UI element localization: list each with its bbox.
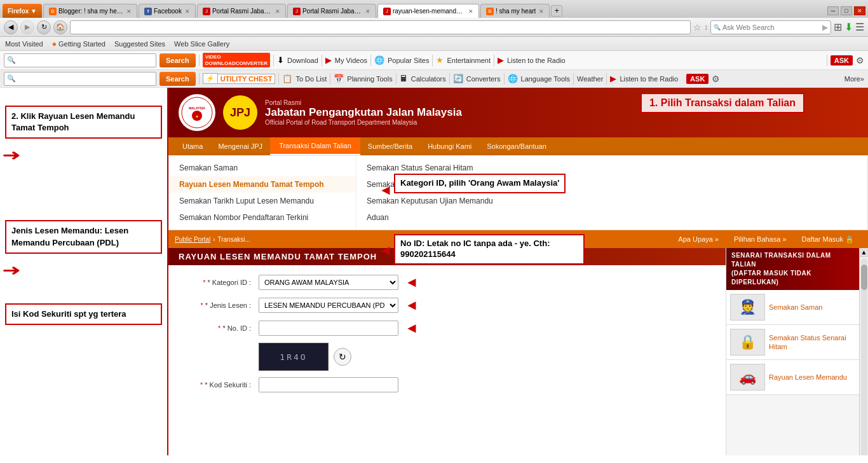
svg-text:✦: ✦ — [195, 114, 199, 119]
bookmark-getting-started[interactable]: ● Getting Started — [52, 39, 105, 48]
dropdown-aduan[interactable]: Aduan — [356, 209, 553, 226]
toolbar2-divider4 — [396, 73, 397, 85]
nav-icon-1[interactable]: ⊞ — [834, 21, 842, 33]
download-icon: ⬇ — [277, 55, 284, 65]
dropdown-col1: Semakan Saman Rayuan Lesen Memandu Tamat… — [169, 156, 356, 230]
dropdown-semakan-tarikh[interactable]: Semakan Tarikh Luput Lesen Memandu — [169, 193, 356, 209]
bc-public-portal[interactable]: Public Portal — [175, 236, 210, 243]
dropdown-semakan-saman[interactable]: Semakan Saman — [169, 160, 356, 176]
toolbar1-search-button[interactable]: Search — [159, 53, 196, 67]
kategori-select[interactable]: ORANG AWAM MALAYSIA — [259, 275, 398, 290]
window-maximize[interactable]: □ — [841, 6, 852, 15]
my-videos-label[interactable]: My Videos — [335, 57, 367, 64]
sidebar-semakan-saman[interactable]: 👮 Semakan Saman — [726, 290, 859, 325]
scroll-thumb[interactable] — [861, 265, 867, 290]
search-submit-icon[interactable]: ▶ — [822, 23, 828, 32]
sidebar-rayuan-lesen[interactable]: 🚗 Rayuan Lesen Memandu — [726, 360, 859, 395]
tab-sha[interactable]: B ! sha my heart ✕ — [480, 4, 550, 18]
video-download-converter[interactable]: VIDEODOWNLOADCONVERTER — [203, 53, 270, 67]
nav-transaksi[interactable]: Transaksi Dalam Talian — [270, 137, 360, 155]
jenis-select[interactable]: LESEN MEMANDU PERCUBAAN (PDL) — [259, 298, 398, 313]
nav-utama[interactable]: Utama — [175, 137, 210, 155]
gear-icon2[interactable]: ⚙ — [712, 74, 720, 84]
toolbar1-search-icon: 🔍 — [7, 56, 16, 64]
sidebar-senarai-hitam[interactable]: 🔒 Semakan Status Senarai Hitam — [726, 325, 859, 360]
window-minimize[interactable]: ─ — [827, 6, 839, 15]
download-label[interactable]: Download — [287, 57, 318, 64]
captcha-refresh[interactable]: ↻ — [334, 348, 351, 366]
radio2-label[interactable]: Listen to the Radio — [620, 75, 678, 83]
nav-daftar-masuk[interactable]: Daftar Masuk 🔒 — [794, 230, 862, 248]
tab-blogger[interactable]: B Blogger: ! sha my heart -... ✕ — [43, 4, 137, 18]
bookmark-suggested-sites[interactable]: Suggested Sites — [114, 40, 165, 48]
facebook-tab-close[interactable]: ✕ — [185, 8, 190, 15]
utility-chest-logo[interactable]: ⚡ UTILITY CHEST — [203, 73, 276, 84]
planning-label[interactable]: Planning Tools — [347, 75, 392, 83]
tab-facebook[interactable]: f Facebook ✕ — [139, 4, 196, 18]
star-icon[interactable]: ☆ — [693, 22, 702, 32]
back-button[interactable]: ◀ — [4, 20, 18, 34]
nav-apa-upaya[interactable]: Apa Upaya » — [670, 230, 726, 248]
forward-button[interactable]: ▶ — [20, 20, 34, 34]
weather-label[interactable]: Weather — [577, 75, 603, 83]
gear-icon[interactable]: ⚙ — [856, 55, 864, 66]
rayuan-tab-label: rayuan-lesen-memandu-... — [393, 8, 465, 15]
converter-label[interactable]: Converters — [466, 75, 501, 83]
dropdown-rayuan-lesen[interactable]: Rayuan Lesen Memandu Tamat Tempoh — [169, 176, 356, 193]
nav-pilihan-bahasa[interactable]: Pilihan Bahasa » — [726, 230, 794, 248]
nav-download-icon[interactable]: ⬇ — [844, 21, 853, 33]
browser-search-input[interactable] — [722, 24, 820, 31]
jpj1-tab-close[interactable]: ✕ — [275, 8, 280, 15]
no-id-input[interactable] — [259, 321, 398, 336]
kod-field: * * Kod Sekuriti : — [179, 377, 715, 392]
nav-settings-icon[interactable]: ☰ — [855, 21, 864, 33]
no-id-label: * * No. ID : — [179, 324, 255, 332]
sha-tab-close[interactable]: ✕ — [539, 8, 544, 15]
rayuan-link: Rayuan Lesen Memandu — [769, 373, 847, 382]
nav-mengenai[interactable]: Mengenai JPJ — [210, 137, 270, 155]
jenis-label: * * Jenis Lesen : — [179, 301, 255, 309]
kategori-arrow: ◄ — [405, 274, 419, 291]
entertainment-label[interactable]: Entertainment — [447, 57, 490, 64]
radio-label[interactable]: Listen to the Radio — [507, 57, 566, 64]
refresh-icon[interactable]: ↕ — [704, 23, 708, 32]
dropdown-semakan-nombor[interactable]: Semakan Nombor Pendaftaran Terkini — [169, 209, 356, 226]
reload-button[interactable]: ↻ — [37, 20, 51, 34]
tab-rayuan[interactable]: J rayuan-lesen-memandu-... ✕ — [377, 4, 479, 18]
dropdown-semakan-status[interactable]: Semakan Status Senarai Hitam — [356, 160, 553, 176]
lang-label[interactable]: Language Tools — [521, 75, 570, 83]
jpj-title-block: Portal Rasmi Jabatan Pengangkutan Jalan … — [265, 99, 462, 126]
firefox-button[interactable]: Blogger: ! sha my heart -... Firefox ▼ — [3, 4, 42, 18]
dropdown-semakan-tarikh-kend[interactable]: Semakan Tarikh Luput Lesen Kenderaan Mot… — [356, 176, 553, 193]
new-tab-button[interactable]: + — [551, 5, 562, 17]
scroll-up-arrow[interactable]: ▲ — [860, 248, 869, 257]
nav-sokongan[interactable]: Sokongan/Bantuan — [479, 137, 554, 155]
nav-hubungi[interactable]: Hubungi Kami — [420, 137, 479, 155]
nav-sumber[interactable]: Sumber/Berita — [360, 137, 420, 155]
window-close[interactable]: ✕ — [854, 6, 865, 15]
bc-transaksi[interactable]: Transaksi... — [217, 236, 250, 243]
tab-jpj2[interactable]: J Portal Rasmi Jabatan Pen... ✕ — [287, 4, 376, 18]
toolbar2-search-button[interactable]: Search — [159, 72, 196, 86]
calc-label[interactable]: Calculators — [411, 75, 446, 83]
kod-input[interactable] — [259, 377, 398, 392]
todo-label[interactable]: To Do List — [295, 75, 327, 83]
toolbar1-search-input[interactable] — [17, 57, 153, 64]
home-button[interactable]: 🏠 — [53, 20, 67, 34]
bookmark-web-slice[interactable]: Web Slice Gallery — [174, 40, 229, 48]
more-button[interactable]: More» — [844, 75, 864, 83]
address-bar[interactable]: jpj.gov.my/web/guest/rayuan-lesen-memand… — [70, 20, 691, 34]
page-scrollbar[interactable]: ▲ ▼ — [859, 248, 868, 455]
jpj-logo1: MALAYSIA ✦ — [179, 94, 215, 131]
facebook-favicon: f — [144, 8, 152, 15]
right-sidebar-header: SENARAI TRANSAKSI DALAM TALIAN (DAFTAR M… — [726, 248, 859, 290]
tab-jpj1[interactable]: J Portal Rasmi Jabatan Pen... ✕ — [197, 4, 286, 18]
toolbar2-search-input[interactable] — [17, 75, 153, 83]
jpj2-tab-close[interactable]: ✕ — [365, 8, 370, 15]
blogger-tab-close[interactable]: ✕ — [126, 8, 132, 15]
popular-sites-label[interactable]: Popular Sites — [388, 57, 429, 64]
rayuan-tab-close[interactable]: ✕ — [468, 8, 473, 15]
jpj2-favicon: J — [293, 8, 301, 15]
bookmark-most-visited[interactable]: Most Visited — [5, 40, 43, 48]
dropdown-semakan-keputusan[interactable]: Semakan Keputusan Ujian Memandu — [356, 193, 553, 209]
